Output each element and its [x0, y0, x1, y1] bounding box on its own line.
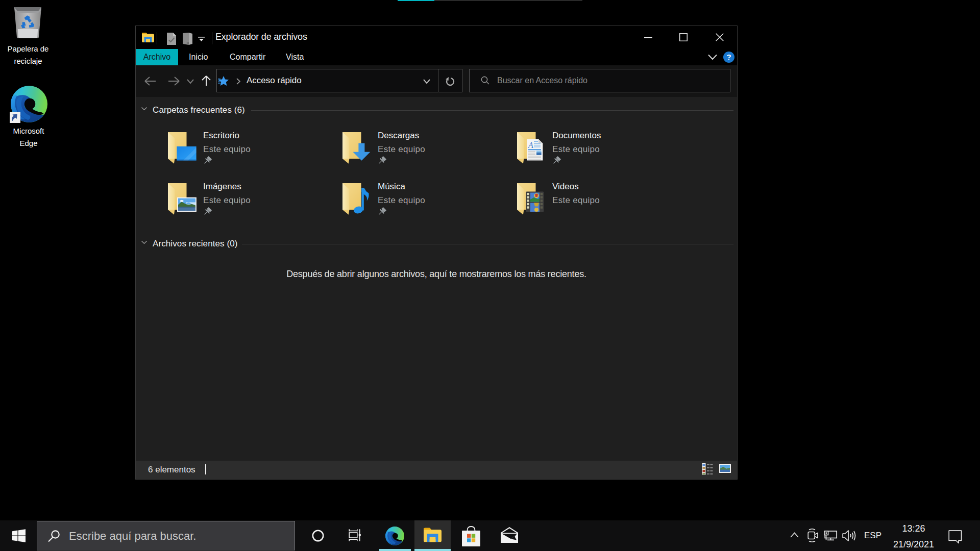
svg-text:?: ? — [726, 53, 731, 61]
svg-text:A: A — [528, 141, 533, 149]
